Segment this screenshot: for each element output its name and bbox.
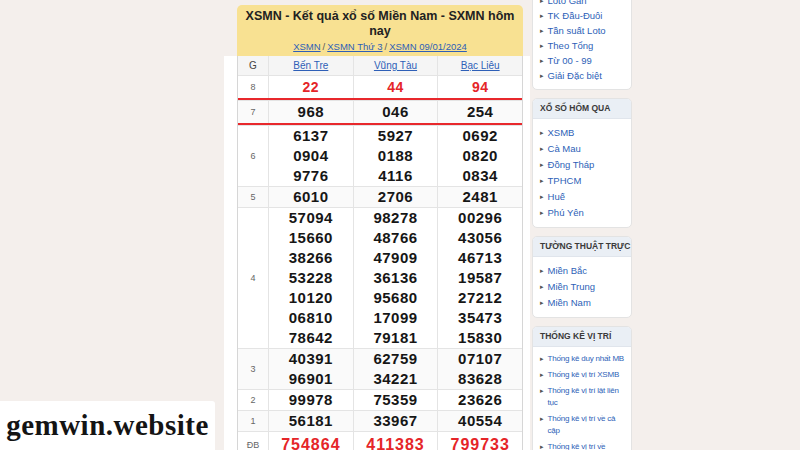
sidebar-item-tu-00-99[interactable]: ▸Từ 00 - 99 bbox=[540, 53, 624, 68]
prize-number: 2481 bbox=[438, 187, 522, 207]
bullet-arrow-icon: ▸ bbox=[540, 263, 544, 279]
sidebar-item-tk-ve-nhieu-lan[interactable]: ▸Thống kê vị trí về nhiều lần bbox=[540, 441, 624, 450]
prize-row-g6: 6 6137 0904 9776 5927 0188 4116 0692 082… bbox=[238, 125, 522, 186]
prize-row-g4: 4 57094 15660 38266 53228 10120 06810 78… bbox=[238, 207, 522, 348]
bullet-arrow-icon: ▸ bbox=[540, 53, 544, 68]
sidebar-link[interactable]: TK Đầu-Đuôi bbox=[548, 8, 603, 23]
prize-number: 17099 bbox=[354, 308, 438, 328]
sidebar-section-header: THỐNG KÊ VỊ TRÍ bbox=[533, 327, 631, 347]
sidebar-link[interactable]: Miền Bắc bbox=[548, 263, 588, 279]
sidebar-link[interactable]: Cà Mau bbox=[548, 141, 581, 157]
sidebar-item-giai-dac-biet[interactable]: ▸Giải Đặc biệt bbox=[540, 68, 624, 83]
sidebar-item-tk-dau-duoi[interactable]: ▸TK Đầu-Đuôi bbox=[540, 8, 624, 23]
sidebar-link[interactable]: Miền Trung bbox=[548, 279, 596, 295]
bullet-arrow-icon: ▸ bbox=[540, 369, 544, 381]
prize-number: 48766 bbox=[354, 228, 438, 248]
sidebar-item-mien-trung[interactable]: ▸Miền Trung bbox=[540, 279, 624, 295]
bullet-arrow-icon: ▸ bbox=[540, 189, 544, 205]
sidebar-item-tphcm[interactable]: ▸TPHCM bbox=[540, 173, 624, 189]
sidebar-link[interactable]: Huế bbox=[548, 189, 565, 205]
prize-number: 33967 bbox=[354, 411, 438, 431]
sidebar-item-mien-bac[interactable]: ▸Miền Bắc bbox=[540, 263, 624, 279]
sidebar-item-hue[interactable]: ▸Huế bbox=[540, 189, 624, 205]
sidebar-link[interactable]: Theo Tổng bbox=[548, 38, 594, 53]
prize-number: 27212 bbox=[438, 288, 522, 308]
prize-number: 0904 bbox=[269, 146, 353, 166]
prize-number: 38266 bbox=[269, 248, 353, 268]
prize-number: 56181 bbox=[269, 411, 353, 431]
bullet-arrow-icon: ▸ bbox=[540, 441, 544, 450]
prize-number: 968 bbox=[269, 101, 353, 123]
prize-number: 62759 bbox=[354, 349, 438, 369]
sidebar-link[interactable]: Tần suất Loto bbox=[548, 23, 606, 38]
sidebar-section-position-stats: THỐNG KÊ VỊ TRÍ ▸Thống kê duy nhất MB ▸T… bbox=[532, 326, 632, 450]
page-title: XSMN - Kết quả xổ số Miền Nam - SXMN hôm… bbox=[239, 9, 521, 39]
prize-number: 5927 bbox=[354, 126, 438, 146]
column-header-vung-tau[interactable]: Vũng Tàu bbox=[354, 57, 438, 75]
sidebar-link[interactable]: Giải Đặc biệt bbox=[548, 68, 602, 83]
prize-label: 2 bbox=[238, 390, 268, 410]
sidebar-item-phu-yen[interactable]: ▸Phú Yên bbox=[540, 205, 624, 221]
breadcrumb-separator: / bbox=[385, 41, 388, 52]
prize-label: 6 bbox=[238, 126, 268, 186]
prize-row-g2: 2 99978 75359 23626 bbox=[238, 389, 522, 410]
sidebar-item-tk-ve-ca-cap[interactable]: ▸Thống kê vị trí về cả cặp bbox=[540, 413, 624, 437]
sidebar-link[interactable]: Miền Nam bbox=[548, 295, 591, 311]
column-header-ben-tre[interactable]: Bến Tre bbox=[269, 57, 353, 75]
bullet-arrow-icon: ▸ bbox=[540, 353, 544, 365]
sidebar-item-xsmb[interactable]: ▸XSMB bbox=[540, 125, 624, 141]
prize-row-g7: 7 968 046 254 bbox=[238, 100, 522, 125]
prize-number: 47909 bbox=[354, 248, 438, 268]
sidebar-item-tk-duy-nhat-mb[interactable]: ▸Thống kê duy nhất MB bbox=[540, 353, 624, 365]
sidebar-item-tk-vi-tri-xsmb[interactable]: ▸Thống kê vị trí XSMB bbox=[540, 369, 624, 381]
prize-row-db: ĐB 754864 411383 799733 bbox=[238, 431, 522, 450]
sidebar-link[interactable]: TPHCM bbox=[548, 173, 582, 189]
sidebar-item-theo-tong[interactable]: ▸Theo Tổng bbox=[540, 38, 624, 53]
prize-number: 57094 bbox=[269, 208, 353, 228]
sidebar-link[interactable]: XSMB bbox=[548, 125, 575, 141]
sidebar-link[interactable]: Phú Yên bbox=[548, 205, 584, 221]
sidebar-link[interactable]: Loto Gan bbox=[548, 0, 587, 8]
prize-number: 046 bbox=[354, 101, 438, 123]
sidebar-section-statistics: ▸Loto Gan ▸TK Đầu-Đuôi ▸Tần suất Loto ▸T… bbox=[532, 0, 632, 90]
breadcrumb-link-date[interactable]: XSMN 09/01/2024 bbox=[389, 41, 467, 52]
prize-number: 23626 bbox=[438, 390, 522, 410]
sidebar-link[interactable]: Thống kê duy nhất MB bbox=[548, 353, 624, 365]
sidebar-item-ca-mau[interactable]: ▸Cà Mau bbox=[540, 141, 624, 157]
prize-number: 79181 bbox=[354, 328, 438, 348]
breadcrumb-link-weekday[interactable]: XSMN Thứ 3 bbox=[327, 41, 382, 52]
sidebar-link[interactable]: Thống kê vị trí XSMB bbox=[548, 369, 620, 381]
sidebar-section-header: XỔ SỐ HÔM QUA bbox=[533, 99, 631, 119]
sidebar-link[interactable]: Từ 00 - 99 bbox=[548, 53, 592, 68]
sidebar-item-dong-thap[interactable]: ▸Đồng Tháp bbox=[540, 157, 624, 173]
bullet-arrow-icon: ▸ bbox=[540, 205, 544, 221]
prize-label: 3 bbox=[238, 349, 268, 389]
sidebar-item-tan-suat-loto[interactable]: ▸Tần suất Loto bbox=[540, 23, 624, 38]
prize-number: 83628 bbox=[438, 369, 522, 389]
prize-number: 254 bbox=[438, 101, 522, 123]
prize-number: 15830 bbox=[438, 328, 522, 348]
column-header-bac-lieu[interactable]: Bạc Liêu bbox=[438, 57, 522, 75]
prize-row-g1: 1 56181 33967 40554 bbox=[238, 410, 522, 431]
sidebar-item-tk-lat-lien-tuc[interactable]: ▸Thống kê vị trí lật liên tục bbox=[540, 385, 624, 409]
prize-number: 78642 bbox=[269, 328, 353, 348]
breadcrumb: XSMN/XSMN Thứ 3/XSMN 09/01/2024 bbox=[239, 41, 521, 53]
prize-number: 0820 bbox=[438, 146, 522, 166]
sidebar-link[interactable]: Thống kê vị trí lật liên tục bbox=[548, 385, 624, 409]
prize-number: 9776 bbox=[269, 166, 353, 186]
prize-number: 6137 bbox=[269, 126, 353, 146]
prize-number: 95680 bbox=[354, 288, 438, 308]
prize-number: 411383 bbox=[354, 432, 438, 450]
sidebar-item-mien-nam[interactable]: ▸Miền Nam bbox=[540, 295, 624, 311]
sidebar-item-loto-gan[interactable]: ▸Loto Gan bbox=[540, 0, 624, 8]
bullet-arrow-icon: ▸ bbox=[540, 157, 544, 173]
prize-number: 75359 bbox=[354, 390, 438, 410]
bullet-arrow-icon: ▸ bbox=[540, 8, 544, 23]
sidebar-link[interactable]: Thống kê vị trí về nhiều lần bbox=[548, 441, 624, 450]
sidebar-link[interactable]: Thống kê vị trí về cả cặp bbox=[548, 413, 624, 437]
prize-number: 94 bbox=[438, 76, 522, 98]
bullet-arrow-icon: ▸ bbox=[540, 38, 544, 53]
sidebar-link[interactable]: Đồng Tháp bbox=[548, 157, 595, 173]
breadcrumb-link-xsmn[interactable]: XSMN bbox=[293, 41, 320, 52]
prize-number: 98278 bbox=[354, 208, 438, 228]
